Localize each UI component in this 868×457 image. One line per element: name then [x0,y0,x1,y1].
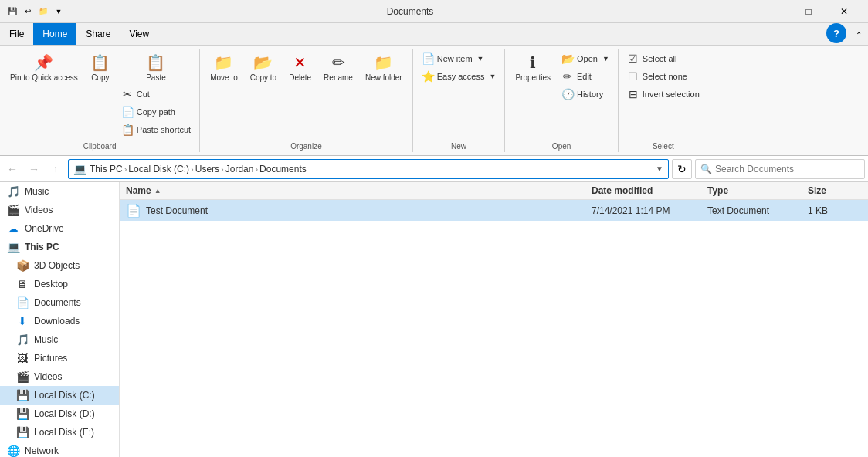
sidebar-label: Local Disk (D:) [34,408,95,419]
sidebar-item-onedrive[interactable]: ☁ OneDrive [0,219,119,238]
copy-path-icon: 📄 [121,106,134,118]
title-bar-icons: 💾 ↩ 📁 ▼ [6,5,65,18]
breadcrumb-icon: 💻 [73,163,86,175]
sidebar-item-local-d[interactable]: 💾 Local Disk (D:) [0,405,119,423]
sidebar-item-downloads[interactable]: ⬇ Downloads [0,312,119,330]
sidebar-item-3d-objects[interactable]: 📦 3D Objects [0,256,119,275]
sidebar-item-this-pc[interactable]: 💻 This PC [0,238,119,256]
sidebar-item-network[interactable]: 🌐 Network [0,442,119,457]
invert-selection-button[interactable]: ⊟ Invert selection [623,86,704,103]
select-group: ☑ Select all ☐ Select none ⊟ Invert sele… [619,49,708,152]
sidebar-item-desktop[interactable]: 🖥 Desktop [0,275,119,293]
breadcrumb-sep-1: › [124,164,127,174]
open-button[interactable]: 📂 Open ▼ [558,50,613,67]
sidebar-label: Videos [34,371,62,382]
rename-button[interactable]: ✏ Rename [318,50,358,85]
new-item-button[interactable]: 📄 New item ▼ [418,50,500,67]
address-chevron-icon[interactable]: ▼ [656,164,663,173]
minimize-button[interactable]: ─ [755,0,791,23]
history-button[interactable]: 🕐 History [558,86,613,103]
refresh-button[interactable]: ↻ [672,159,692,179]
3d-objects-icon: 📦 [15,259,29,272]
select-all-button[interactable]: ☑ Select all [623,50,704,67]
breadcrumb-jordan[interactable]: Jordan [225,164,254,174]
easy-access-icon: ⭐ [422,70,434,83]
paste-shortcut-icon: 📋 [121,124,134,136]
file-area: Name ▲ Date modified Type Size 📄 Test Do… [120,182,868,457]
table-row[interactable]: 📄 Test Document 7/14/2021 1:14 PM Text D… [120,200,868,221]
desktop-icon: 🖥 [15,278,29,290]
sidebar-item-pictures[interactable]: 🖼 Pictures [0,349,119,367]
dropdown-arrow-icon: ▼ [53,5,65,18]
sidebar-item-music-top[interactable]: 🎵 Music [0,182,119,201]
sidebar-item-music[interactable]: 🎵 Music [0,330,119,349]
sidebar-item-local-c[interactable]: 💾 Local Disk (C:) [0,386,119,405]
ribbon-collapse-button[interactable]: ⌃ [849,23,868,46]
file-type: Text Document [707,205,808,216]
cut-button[interactable]: ✂ Cut [117,86,195,103]
pin-icon: 📌 [34,53,53,72]
address-bar-container: ← → ↑ 💻 This PC › Local Disk (C:) › User… [0,156,868,182]
delete-button[interactable]: ✕ Delete [283,50,317,85]
paste-shortcut-button[interactable]: 📋 Paste shortcut [117,121,195,138]
organize-items: 📁 Move to 📂 Copy to ✕ Delete ✏ Rename 📁 [205,50,408,138]
tab-file[interactable]: File [0,23,33,45]
sidebar-item-documents[interactable]: 📄 Documents [0,293,119,312]
copy-path-button[interactable]: 📄 Copy path [117,103,195,120]
breadcrumb-this-pc[interactable]: This PC [90,164,123,174]
sidebar-item-videos-top[interactable]: 🎬 Videos [0,201,119,219]
move-to-button[interactable]: 📁 Move to [205,50,243,85]
breadcrumb-sep-4: › [255,164,258,174]
edit-button[interactable]: ✏ Edit [558,68,613,85]
col-size[interactable]: Size [808,185,862,196]
file-list-header: Name ▲ Date modified Type Size [120,182,868,200]
easy-access-button[interactable]: ⭐ Easy access ▼ [418,68,500,85]
copy-to-button[interactable]: 📂 Copy to [245,50,282,85]
copy-button[interactable]: 📋 Copy [85,50,116,85]
sidebar-label: This PC [25,242,59,252]
col-name[interactable]: Name ▲ [126,185,592,196]
maximize-button[interactable]: □ [791,0,826,23]
invert-selection-icon: ⊟ [627,88,639,100]
new-group: 📄 New item ▼ ⭐ Easy access ▼ New [413,49,506,152]
sidebar-label: Downloads [34,316,80,327]
onedrive-icon: ☁ [6,222,20,235]
new-folder-button[interactable]: 📁 New folder [360,50,408,85]
sidebar-label: Desktop [34,279,68,289]
sidebar-item-videos[interactable]: 🎬 Videos [0,367,119,386]
tab-home[interactable]: Home [33,23,76,45]
sidebar-label: OneDrive [25,223,64,234]
search-input[interactable] [715,164,860,174]
sidebar: 🎵 Music 🎬 Videos ☁ OneDrive 💻 This PC 📦 … [0,182,120,457]
help-button[interactable]: ? [826,23,846,43]
window-controls: ─ □ ✕ [755,0,862,23]
tab-share[interactable]: Share [76,23,120,45]
sidebar-label: Videos [25,205,53,215]
main-area: 🎵 Music 🎬 Videos ☁ OneDrive 💻 This PC 📦 … [0,182,868,457]
col-type[interactable]: Type [707,185,808,196]
pin-to-quick-access-button[interactable]: 📌 Pin to Quick access [5,50,83,86]
paste-button[interactable]: 📋 Paste [117,50,195,85]
forward-button[interactable]: → [25,160,43,178]
up-button[interactable]: ↑ [46,160,65,178]
sidebar-item-local-e[interactable]: 💾 Local Disk (E:) [0,423,119,442]
breadcrumb-local-disk[interactable]: Local Disk (C:) [128,164,189,174]
move-icon: 📁 [214,53,233,72]
organize-group: 📁 Move to 📂 Copy to ✕ Delete ✏ Rename 📁 [200,49,413,152]
properties-button[interactable]: ℹ Properties [510,50,556,85]
address-bar[interactable]: 💻 This PC › Local Disk (C:) › Users › Jo… [68,159,669,179]
easy-access-arrow: ▼ [489,73,496,80]
this-pc-icon: 💻 [6,241,20,253]
open-arrow: ▼ [602,55,609,63]
close-button[interactable]: ✕ [826,0,862,23]
select-none-button[interactable]: ☐ Select none [623,68,704,85]
paste-icon: 📋 [146,53,165,72]
open-small-group: 📂 Open ▼ ✏ Edit 🕐 History [558,50,613,103]
breadcrumb-documents[interactable]: Documents [259,164,307,174]
col-date[interactable]: Date modified [592,185,707,196]
tab-view[interactable]: View [120,23,158,45]
videos-top-icon: 🎬 [6,204,20,216]
back-button[interactable]: ← [3,160,22,178]
breadcrumb-users[interactable]: Users [195,164,219,174]
downloads-icon: ⬇ [15,315,29,327]
